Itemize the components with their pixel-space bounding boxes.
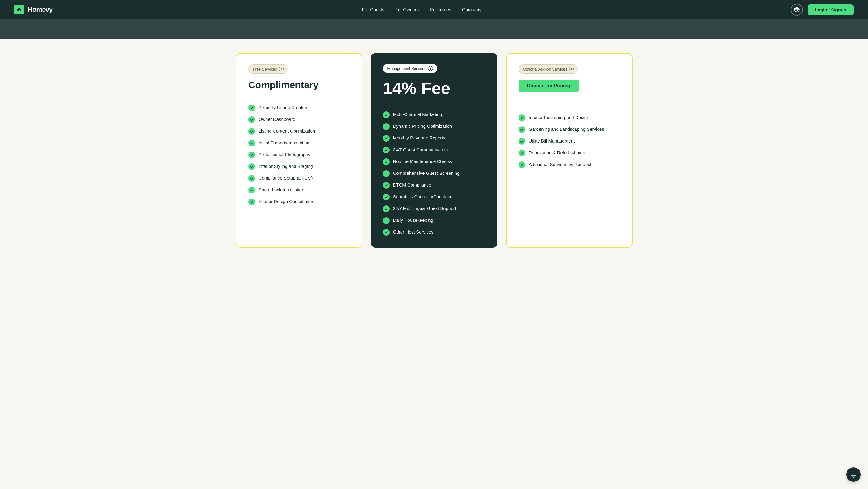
logo-icon xyxy=(14,5,24,14)
check-icon xyxy=(248,199,255,205)
nav-links: For Guests For Owners Resources Company xyxy=(362,7,481,12)
nav-for-owners[interactable]: For Owners xyxy=(395,7,419,12)
addon-features-list: Interior Furnishing and Design Gardening… xyxy=(519,114,620,168)
list-item: Listing Content Optimization xyxy=(248,128,350,135)
check-icon xyxy=(383,159,390,165)
check-icon xyxy=(519,162,525,168)
list-item: Monthly Revenue Reports xyxy=(383,135,486,141)
check-icon xyxy=(248,140,255,146)
nav-for-guests[interactable]: For Guests xyxy=(362,7,384,12)
info-icon: i xyxy=(279,67,284,71)
check-icon xyxy=(248,163,255,170)
brand-name: Homevy xyxy=(28,6,53,13)
check-icon xyxy=(519,138,525,144)
management-badge: Management Services i xyxy=(383,64,437,73)
check-icon xyxy=(383,111,390,118)
list-item: Comprehensive Guest Screening xyxy=(383,170,486,177)
check-icon xyxy=(519,150,525,156)
nav-brand: Homevy xyxy=(14,5,53,14)
check-icon xyxy=(383,135,390,141)
free-services-card: Free Services i Complimentary Property L… xyxy=(236,53,362,248)
list-item: 24/7 Guest Communication xyxy=(383,146,486,153)
globe-icon[interactable] xyxy=(791,4,803,16)
list-item: Multi-Channel Marketing xyxy=(383,111,486,118)
info-icon: i xyxy=(428,66,433,71)
check-icon xyxy=(383,217,390,224)
management-features-list: Multi-Channel Marketing Dynamic Pricing … xyxy=(383,111,486,236)
list-item: Utility Bill Management xyxy=(519,138,620,144)
check-icon xyxy=(383,170,390,177)
management-divider xyxy=(383,104,486,104)
check-icon xyxy=(383,182,390,189)
nav-company[interactable]: Company xyxy=(462,7,482,12)
nav-right: Login / Signup xyxy=(791,4,854,16)
addon-services-card: Optional Add-on Services i Contact for P… xyxy=(506,53,632,248)
list-item: Gardening and Landscaping Services xyxy=(519,126,620,133)
main-content: Free Services i Complimentary Property L… xyxy=(0,39,868,489)
check-icon xyxy=(519,126,525,133)
free-card-title: Complimentary xyxy=(248,79,350,91)
list-item: Property Listing Creation xyxy=(248,104,350,111)
management-services-card: Management Services i 14% Fee Multi-Chan… xyxy=(371,53,497,248)
list-item: Professional Photography xyxy=(248,151,350,158)
list-item: Dynamic Pricing Optimization xyxy=(383,123,486,130)
check-icon xyxy=(383,205,390,212)
addon-divider xyxy=(519,107,620,107)
list-item: Seamless Check-in/Check-out xyxy=(383,193,486,200)
list-item: Interior Furnishing and Design xyxy=(519,114,620,121)
nav-resources[interactable]: Resources xyxy=(430,7,451,12)
contact-pricing-button[interactable]: Contact for Pricing xyxy=(519,79,579,92)
check-icon xyxy=(383,147,390,153)
list-item: 24/7 Multilingual Guest Support xyxy=(383,205,486,212)
list-item: DTCM Compliance xyxy=(383,182,486,189)
hero-strip xyxy=(0,19,868,39)
list-item: Interior Design Consultation xyxy=(248,198,350,205)
addon-badge: Optional Add-on Services i xyxy=(519,64,579,73)
check-icon xyxy=(248,116,255,123)
check-icon xyxy=(519,115,525,121)
chat-bubble-button[interactable] xyxy=(846,467,861,482)
check-icon xyxy=(248,104,255,111)
info-icon: i xyxy=(569,67,574,71)
check-icon xyxy=(383,194,390,200)
list-item: Compliance Setup (DTCM) xyxy=(248,175,350,182)
list-item: Interior Styling and Staging xyxy=(248,163,350,170)
check-icon xyxy=(383,123,390,130)
list-item: Smart Lock Installation xyxy=(248,187,350,193)
check-icon xyxy=(248,175,255,182)
list-item: Additional Services by Request xyxy=(519,161,620,168)
list-item: Other Host Services xyxy=(383,229,486,236)
list-item: Initial Property Inspection xyxy=(248,139,350,146)
management-card-title: 14% Fee xyxy=(383,79,486,98)
list-item: Renovation & Refurbishment xyxy=(519,150,620,156)
login-signup-button[interactable]: Login / Signup xyxy=(808,4,854,15)
list-item: Daily Housekeeping xyxy=(383,217,486,224)
free-badge: Free Services i xyxy=(248,64,288,73)
check-icon xyxy=(248,152,255,158)
list-item: Routine Maintenance Checks xyxy=(383,158,486,165)
navbar: Homevy For Guests For Owners Resources C… xyxy=(0,0,868,19)
check-icon xyxy=(383,229,390,236)
check-icon xyxy=(248,187,255,193)
free-features-list: Property Listing Creation Owner Dashboar… xyxy=(248,104,350,205)
check-icon xyxy=(248,128,255,135)
pricing-cards: Free Services i Complimentary Property L… xyxy=(223,53,645,248)
free-divider xyxy=(248,97,350,97)
list-item: Owner Dashboard xyxy=(248,116,350,123)
